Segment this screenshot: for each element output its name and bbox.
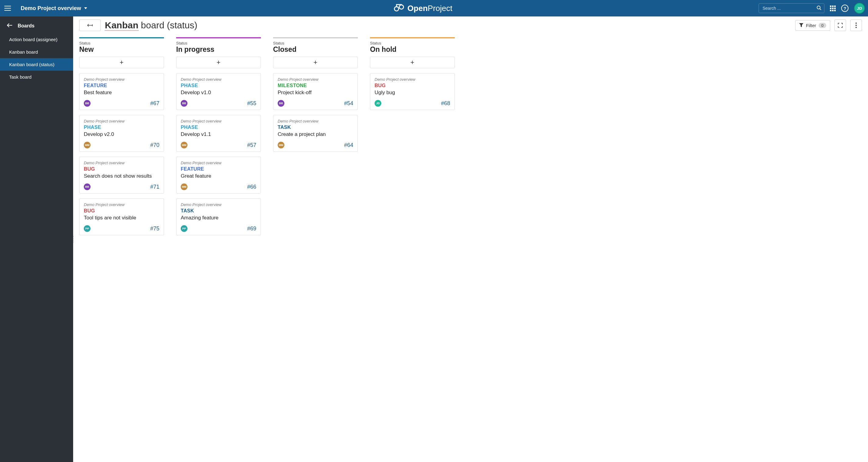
- svg-point-1: [399, 5, 404, 9]
- search-box: [758, 3, 825, 13]
- project-name-label: Demo Project overview: [21, 5, 81, 11]
- logo[interactable]: OpenProject: [394, 3, 452, 14]
- search-icon[interactable]: [816, 5, 822, 11]
- svg-point-2: [817, 6, 820, 9]
- logo-text: OpenProject: [407, 4, 452, 13]
- chevron-down-icon: [84, 7, 87, 9]
- svg-line-3: [820, 9, 821, 10]
- user-avatar[interactable]: JD: [854, 3, 865, 14]
- search-input[interactable]: [758, 3, 825, 13]
- top-bar-center: OpenProject: [87, 3, 758, 14]
- top-bar: Demo Project overview OpenProject ? JD: [0, 0, 868, 17]
- hamburger-icon[interactable]: [4, 6, 11, 11]
- help-icon[interactable]: ?: [841, 5, 848, 12]
- top-bar-left: Demo Project overview: [3, 5, 87, 11]
- project-selector[interactable]: Demo Project overview: [21, 5, 87, 11]
- top-bar-right: ? JD: [758, 3, 865, 14]
- svg-point-0: [394, 7, 399, 11]
- apps-grid-icon[interactable]: [830, 5, 836, 11]
